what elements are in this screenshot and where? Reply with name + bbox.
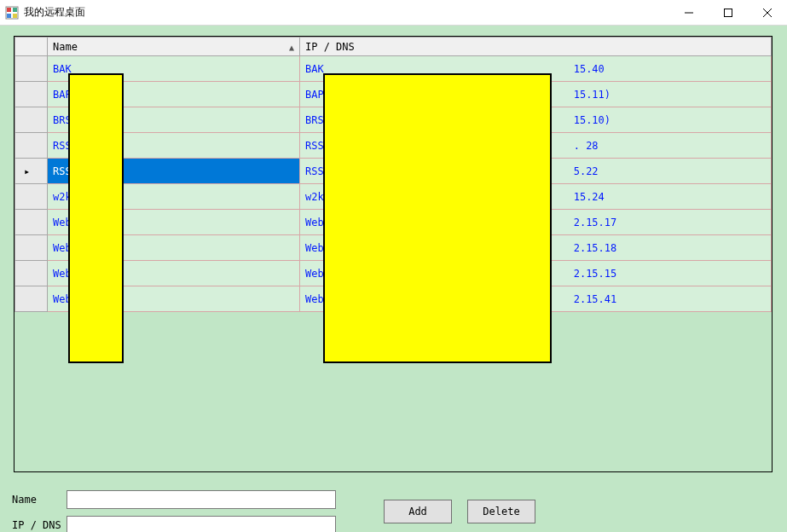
- redaction-overlay: [323, 73, 552, 363]
- row-header[interactable]: [15, 286, 48, 312]
- delete-button[interactable]: Delete: [467, 500, 535, 523]
- column-header-name[interactable]: Name ▲: [48, 38, 300, 56]
- svg-rect-3: [7, 14, 11, 18]
- row-header[interactable]: [15, 235, 48, 261]
- cell-ip-left: RSS: [305, 165, 324, 177]
- svg-rect-4: [13, 14, 17, 18]
- maximize-button[interactable]: [709, 0, 748, 25]
- add-button[interactable]: Add: [384, 500, 452, 523]
- cell-ip-left: BAK: [305, 63, 324, 75]
- svg-rect-1: [7, 8, 11, 12]
- row-header[interactable]: [15, 261, 48, 286]
- row-header[interactable]: [15, 107, 48, 133]
- redaction-overlay: [68, 73, 124, 363]
- cell-ip-right: 15.24: [574, 191, 605, 203]
- row-header-corner[interactable]: [15, 38, 48, 56]
- cell-ip-right: . 28: [574, 140, 599, 152]
- cell-ip-left: Web: [305, 293, 324, 305]
- ip-label: IP / DNS: [12, 519, 67, 531]
- ip-field[interactable]: [67, 516, 336, 532]
- cell-ip-right: 2.15.18: [574, 242, 617, 254]
- row-header[interactable]: [15, 210, 48, 235]
- cell-ip-left: RSS: [305, 140, 324, 152]
- cell-ip-left: Web: [305, 268, 324, 280]
- column-header-ip-label: IP / DNS: [305, 41, 355, 53]
- row-header[interactable]: [15, 56, 48, 82]
- cell-ip-right: 15.10): [574, 114, 611, 126]
- row-header[interactable]: [15, 133, 48, 159]
- column-header-ip[interactable]: IP / DNS: [300, 38, 772, 56]
- cell-ip-left: BRS: [305, 114, 324, 126]
- minimize-button[interactable]: [669, 0, 709, 25]
- cell-ip-right: 2.15.41: [574, 293, 617, 305]
- row-header[interactable]: [15, 184, 48, 210]
- cell-ip-left: w2k: [305, 191, 324, 203]
- cell-ip-right: 15.40: [574, 63, 605, 75]
- row-header[interactable]: [15, 82, 48, 107]
- name-label: Name: [12, 494, 67, 506]
- current-row-indicator-icon: ▸: [24, 165, 30, 177]
- client-area: Name ▲ IP / DNS BAKBAK15.40BAPBAP15.11)B…: [0, 26, 787, 532]
- close-button[interactable]: [748, 0, 787, 25]
- app-icon: [5, 6, 19, 20]
- window-title: 我的远程桌面: [24, 5, 85, 20]
- cell-ip-left: Web: [305, 242, 324, 254]
- title-bar: 我的远程桌面: [0, 0, 787, 26]
- cell-ip-right: 2.15.17: [574, 217, 617, 228]
- name-field[interactable]: [67, 490, 336, 509]
- cell-ip-right: 5.22: [574, 165, 599, 177]
- row-header[interactable]: ▸: [15, 159, 48, 184]
- cell-ip-left: BAP: [305, 89, 324, 101]
- column-header-name-label: Name: [53, 41, 78, 53]
- svg-rect-6: [725, 9, 732, 16]
- svg-rect-2: [13, 8, 17, 12]
- sort-asc-icon: ▲: [289, 42, 294, 51]
- cell-ip-left: Web: [305, 217, 324, 228]
- cell-ip-right: 15.11): [574, 89, 611, 101]
- cell-ip-right: 2.15.15: [574, 268, 617, 280]
